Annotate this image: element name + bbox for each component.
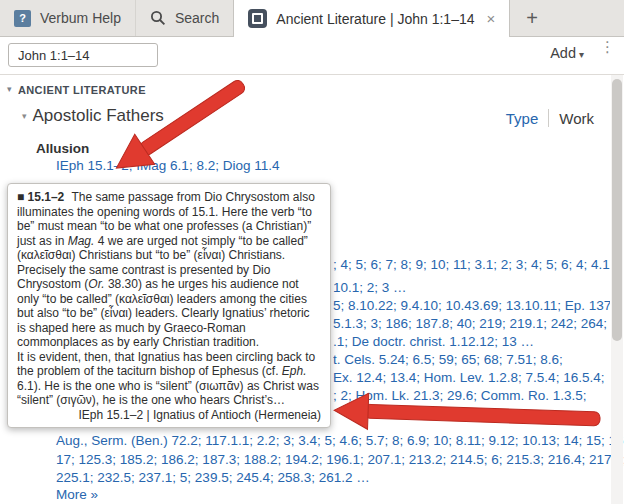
reference-link[interactable]: 8.2 xyxy=(196,158,215,173)
tooltip-body-2: It is evident, then, that Ignatius has b… xyxy=(17,350,321,408)
help-icon: ? xyxy=(14,10,31,27)
reference-line[interactable]: ; 4; 5; 6; 7; 8; 9; 10; 11; 3.1; 2; 3; 4… xyxy=(333,257,610,272)
reference-line[interactable]: 10.1; 2; 3 … xyxy=(333,280,407,295)
reference-line[interactable]: 225.1; 232.5; 237.1; 5; 239.5; 245.4; 25… xyxy=(56,469,618,488)
scrollbar-thumb[interactable] xyxy=(612,79,622,341)
tooltip-citation: IEph 15.1–2 | Ignatius of Antioch (Herme… xyxy=(17,408,321,423)
tooltip-text: Mag. xyxy=(68,234,95,248)
reference-line[interactable]: ; 2; Hom. Lk. 21.3; 29.6; Comm. Ro. 1.3.… xyxy=(333,388,587,403)
reference-line[interactable]: 5; 8.10.22; 9.4.10; 10.43.69; 13.10.11; … xyxy=(333,298,610,313)
reference-line[interactable]: 17; 125.3; 185.2; 186.2; 187.3; 188.2; 1… xyxy=(56,451,618,470)
reference-link-diog[interactable]: Diog 11.4 xyxy=(223,158,280,173)
group-title: Apostolic Fathers xyxy=(33,106,164,125)
more-link[interactable]: More » xyxy=(56,487,98,502)
reference-line[interactable]: t. Cels. 5.24; 6.5; 59; 65; 68; 7.51; 8.… xyxy=(333,352,563,367)
tab-verbum-help[interactable]: ? Verbum Help xyxy=(0,0,136,36)
separator: ; xyxy=(215,158,223,173)
reference-line[interactable]: .1; De doctr. christ. 1.12.12; 13 … xyxy=(333,334,534,349)
reference-line[interactable]: 5.1.3; 3; 186; 187.8; 40; 219; 219.1; 24… xyxy=(333,316,607,331)
reference-link-imag[interactable]: IMag 6.1 xyxy=(136,158,189,173)
section-header-ancient-literature[interactable]: ▾ANCIENT LITERATURE xyxy=(7,84,146,96)
reference-line[interactable]: Ex. 12.4; 13.4; Hom. Lev. 1.2.8; 7.5.4; … xyxy=(333,370,604,385)
vertical-scrollbar[interactable] xyxy=(611,75,623,504)
tab-search[interactable]: Search xyxy=(136,0,234,36)
search-icon xyxy=(150,10,166,26)
tooltip-text: 6.1). He is the one who is “silent” (σιω… xyxy=(17,379,319,408)
allusion-references: IEph 15.1–2; IMag 6.1; 8.2; Diog 11.4 xyxy=(56,158,279,173)
tooltip-body: ■ 15.1–2 The same passage from Dio Chrys… xyxy=(17,190,321,350)
collapse-triangle-icon: ▾ xyxy=(22,111,27,121)
allusion-heading: Allusion xyxy=(36,141,89,156)
reference-input[interactable] xyxy=(8,43,158,67)
tooltip-text: Eph. xyxy=(282,364,307,378)
section-header-label: ANCIENT LITERATURE xyxy=(18,84,146,96)
tooltip-reference: 15.1–2 xyxy=(28,190,65,204)
tab-label: Search xyxy=(175,10,219,26)
covered-reference-list: ; 4; 5; 6; 7; 8; 9; 10; 11; 3.1; 2; 3; 4… xyxy=(333,0,610,504)
reference-link-ieph[interactable]: IEph 15.1–2 xyxy=(56,158,129,173)
tab-label: Verbum Help xyxy=(40,10,121,26)
tooltip-text: It is evident, then, that Ignatius has b… xyxy=(17,350,315,379)
group-apostolic-fathers[interactable]: ▾Apostolic Fathers xyxy=(22,106,164,126)
tooltip-text: Or. xyxy=(88,277,104,291)
commentary-tooltip: ■ 15.1–2 The same passage from Dio Chrys… xyxy=(7,183,331,428)
guide-icon xyxy=(248,9,267,28)
augustine-references[interactable]: Aug., Serm. (Ben.) 72.2; 117.1.1; 2.2; 3… xyxy=(56,432,618,488)
reference-line[interactable]: Aug., Serm. (Ben.) 72.2; 117.1.1; 2.2; 3… xyxy=(56,432,618,451)
section-marker-icon: ■ 15.1–2 xyxy=(17,190,64,204)
collapse-triangle-icon: ▾ xyxy=(7,84,12,94)
